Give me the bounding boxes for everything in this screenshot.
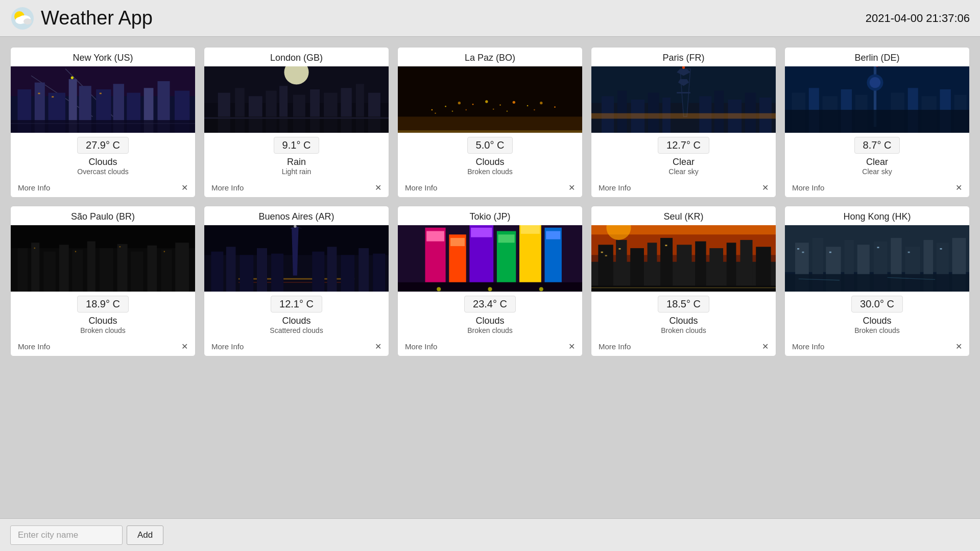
weather-main-london: Rain <box>287 157 306 167</box>
add-city-button[interactable]: Add <box>127 525 163 545</box>
city-card-new-york: New York (US) <box>10 47 196 198</box>
svg-point-110 <box>34 248 35 249</box>
card-footer-sao-paulo: More Info ✕ <box>11 339 195 356</box>
close-button-buenos-aires[interactable]: ✕ <box>372 341 384 352</box>
close-button-paris[interactable]: ✕ <box>759 182 771 193</box>
svg-point-46 <box>458 102 461 104</box>
svg-rect-24 <box>11 120 195 133</box>
close-button-la-paz[interactable]: ✕ <box>566 182 577 193</box>
weather-app-icon <box>10 6 35 31</box>
weather-info-seul: 18.5° C Clouds Broken clouds <box>591 292 776 339</box>
svg-rect-101 <box>59 245 69 292</box>
svg-rect-125 <box>271 254 283 292</box>
svg-point-147 <box>488 287 492 291</box>
close-button-sao-paulo[interactable]: ✕ <box>179 341 190 352</box>
svg-rect-164 <box>601 252 603 253</box>
svg-rect-142 <box>498 234 515 243</box>
close-button-seul[interactable]: ✕ <box>759 341 771 352</box>
weather-main-tokio: Clouds <box>475 316 504 326</box>
svg-rect-129 <box>358 248 369 292</box>
close-button-berlin[interactable]: ✕ <box>953 182 964 193</box>
svg-point-44 <box>432 109 433 111</box>
svg-point-45 <box>445 106 446 107</box>
city-image-la-paz <box>398 66 582 133</box>
svg-rect-156 <box>648 243 657 292</box>
more-info-button-new-york[interactable]: More Info <box>16 182 52 193</box>
close-button-london[interactable]: ✕ <box>372 182 384 193</box>
more-info-button-sao-paulo[interactable]: More Info <box>16 341 52 352</box>
more-info-button-hong-kong[interactable]: More Info <box>790 341 826 352</box>
svg-point-113 <box>163 251 165 252</box>
datetime-display: 2021-04-00 21:37:06 <box>866 12 970 25</box>
svg-point-48 <box>485 100 488 103</box>
svg-rect-72 <box>648 93 659 133</box>
svg-point-51 <box>527 105 529 107</box>
more-info-button-paris[interactable]: More Info <box>596 182 633 193</box>
temperature-london: 9.1° C <box>274 137 320 154</box>
svg-rect-140 <box>450 238 465 246</box>
weather-info-new-york: 27.9° C Clouds Overcast clouds <box>11 133 195 180</box>
svg-rect-159 <box>695 242 706 292</box>
temperature-berlin: 8.7° C <box>854 137 900 154</box>
svg-point-57 <box>493 108 494 110</box>
weather-main-seul: Clouds <box>669 316 698 326</box>
close-button-new-york[interactable]: ✕ <box>179 182 190 193</box>
city-name-tokio: Tokio (JP) <box>465 206 514 225</box>
weather-desc-hong-kong: Broken clouds <box>854 326 900 334</box>
temperature-seul: 18.5° C <box>658 296 709 313</box>
weather-info-sao-paulo: 18.9° C Clouds Broken clouds <box>11 292 195 339</box>
svg-rect-100 <box>43 252 56 292</box>
svg-rect-105 <box>117 244 128 292</box>
svg-rect-98 <box>17 248 28 292</box>
weather-desc-tokio: Broken clouds <box>467 326 513 334</box>
svg-rect-154 <box>616 240 627 292</box>
city-search-input[interactable] <box>10 525 123 545</box>
weather-info-london: 9.1° C Rain Light rain <box>204 133 389 180</box>
svg-rect-21 <box>38 93 40 94</box>
svg-rect-155 <box>630 248 644 292</box>
svg-point-56 <box>465 109 467 111</box>
weather-info-tokio: 23.4° C Clouds Broken clouds <box>398 292 582 339</box>
city-name-paris: Paris (FR) <box>659 47 709 66</box>
weather-info-berlin: 8.7° C Clear Clear sky <box>785 133 969 180</box>
city-card-buenos-aires: Buenos Aires (AR) <box>204 206 389 356</box>
app-header: Weather App 2021-04-00 21:37:06 <box>0 0 980 37</box>
more-info-button-berlin[interactable]: More Info <box>790 182 826 193</box>
svg-rect-122 <box>226 247 236 292</box>
svg-rect-108 <box>161 250 172 292</box>
svg-rect-77 <box>745 93 756 133</box>
svg-rect-153 <box>598 245 613 292</box>
svg-rect-185 <box>802 252 804 253</box>
more-info-button-seul[interactable]: More Info <box>596 341 633 352</box>
svg-rect-167 <box>665 245 667 246</box>
city-image-tokio <box>398 225 582 292</box>
svg-rect-143 <box>521 225 540 234</box>
weather-desc-seul: Broken clouds <box>661 326 706 334</box>
city-card-paris: Paris (FR) <box>591 47 776 198</box>
svg-point-49 <box>499 104 501 106</box>
svg-rect-141 <box>471 228 492 237</box>
more-info-button-buenos-aires[interactable]: More Info <box>209 341 246 352</box>
city-name-new-york: New York (US) <box>68 47 137 66</box>
svg-rect-165 <box>605 255 607 256</box>
weather-main-hong-kong: Clouds <box>863 316 891 326</box>
weather-info-hong-kong: 30.0° C Clouds Broken clouds <box>785 292 969 339</box>
close-button-tokio[interactable]: ✕ <box>566 341 577 352</box>
card-footer-hong-kong: More Info ✕ <box>785 339 969 356</box>
more-info-button-la-paz[interactable]: More Info <box>403 182 439 193</box>
svg-rect-126 <box>312 252 324 292</box>
weather-desc-buenos-aires: Scattered clouds <box>270 326 323 334</box>
weather-desc-new-york: Overcast clouds <box>77 167 128 176</box>
svg-rect-123 <box>240 255 254 292</box>
svg-rect-166 <box>618 248 620 250</box>
city-name-la-paz: La Paz (BO) <box>461 47 519 66</box>
svg-rect-106 <box>131 252 143 292</box>
city-card-berlin: Berlin (DE) <box>784 47 970 198</box>
close-button-hong-kong[interactable]: ✕ <box>953 341 964 352</box>
app-title: Weather App <box>41 7 153 29</box>
more-info-button-london[interactable]: More Info <box>209 182 246 193</box>
more-info-button-tokio[interactable]: More Info <box>403 341 439 352</box>
city-image-buenos-aires <box>204 225 389 292</box>
temperature-hong-kong: 30.0° C <box>851 296 903 313</box>
svg-rect-121 <box>211 252 223 292</box>
